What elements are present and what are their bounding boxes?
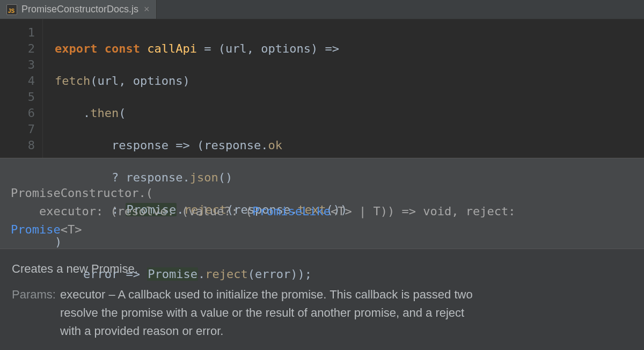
arrow: => xyxy=(318,42,339,55)
punct: , xyxy=(247,42,261,55)
code-line: ) xyxy=(55,234,347,250)
code-line: export const callApi = (url, options) => xyxy=(55,41,347,57)
punct: ( xyxy=(197,138,204,152)
fn-call: fetch xyxy=(55,74,90,88)
method-call: json xyxy=(190,171,218,184)
code-line: .then( xyxy=(55,105,347,121)
line-gutter: 1 2 3 4 5 6 7 8 xyxy=(0,19,43,158)
stmt-end: ); xyxy=(297,267,312,281)
param: response xyxy=(112,138,169,152)
line-number: 3 xyxy=(0,57,35,73)
tab-filename: PromiseConstructorDocs.js xyxy=(21,4,138,15)
punct: ( xyxy=(119,106,126,120)
line-number: 8 xyxy=(0,137,35,154)
class-ref: Promise xyxy=(147,267,198,281)
keyword-const: const xyxy=(105,42,140,55)
call-parens: () xyxy=(218,171,233,184)
code-area[interactable]: export const callApi = (url, options) =>… xyxy=(43,19,347,158)
code-line: response => (response.ok xyxy=(55,137,347,154)
param-info-text: <T> xyxy=(61,223,82,236)
param: options xyxy=(261,42,311,55)
punct: ( xyxy=(90,74,97,88)
param: url xyxy=(225,42,247,55)
param-info-text: <T> | T)) => void, reject: xyxy=(331,205,515,218)
doc-params: Params: executor – A callback used to in… xyxy=(12,286,632,340)
type-link[interactable]: Promise xyxy=(11,223,61,236)
fn-name: callApi xyxy=(147,42,197,55)
line-number: 7 xyxy=(0,121,35,137)
punct: ( xyxy=(248,267,255,281)
type-link[interactable]: PromiseLike xyxy=(252,205,331,218)
param-info-text: executor: (resolve: (value?: ( xyxy=(11,205,252,218)
doc-params-text: with a provided reason or error. xyxy=(60,324,224,338)
indent xyxy=(55,138,112,152)
line-number: 6 xyxy=(0,105,35,121)
dot: . xyxy=(261,138,268,152)
indent xyxy=(55,106,83,120)
line-number: 4 xyxy=(0,73,35,89)
punct: ( xyxy=(218,42,225,55)
code-line: fetch(url, options) xyxy=(55,73,347,89)
close-icon[interactable]: × xyxy=(144,4,150,15)
method-call: reject xyxy=(205,267,247,281)
line-number: 2 xyxy=(0,41,35,57)
op: = xyxy=(197,42,218,55)
doc-params-text: executor – A callback used to initialize… xyxy=(60,288,473,301)
indent xyxy=(55,171,112,184)
doc-params-label: Params: xyxy=(12,286,56,340)
js-file-icon: JS xyxy=(6,4,17,15)
punct: ) xyxy=(182,74,189,88)
code-line: ? response.json() xyxy=(55,170,347,186)
keyword-export: export xyxy=(55,42,97,55)
dot: . xyxy=(182,171,189,184)
line-number: 5 xyxy=(0,89,35,105)
arg: options xyxy=(133,74,183,88)
obj: response xyxy=(126,171,182,184)
arg: url xyxy=(97,74,119,88)
code-editor[interactable]: 1 2 3 4 5 6 7 8 export const callApi = (… xyxy=(0,19,644,158)
ternary-q: ? xyxy=(112,171,126,184)
dot: . xyxy=(198,267,205,281)
method-call: then xyxy=(90,106,119,120)
tab-bar: JS PromiseConstructorDocs.js × xyxy=(0,0,644,19)
punct: ) xyxy=(311,42,318,55)
punct: ) xyxy=(290,267,297,281)
editor-tab[interactable]: JS PromiseConstructorDocs.js × xyxy=(0,0,157,19)
prop: ok xyxy=(268,138,282,152)
line-number: 1 xyxy=(0,25,35,41)
arrow: => xyxy=(169,138,197,152)
obj: response xyxy=(204,138,261,152)
dot: . xyxy=(83,106,90,120)
param-info-text: PromiseConstructor.( xyxy=(11,186,153,200)
punct: , xyxy=(119,74,133,88)
arg: error xyxy=(255,267,290,281)
doc-params-text: resolve the promise with a value or the … xyxy=(60,306,464,319)
